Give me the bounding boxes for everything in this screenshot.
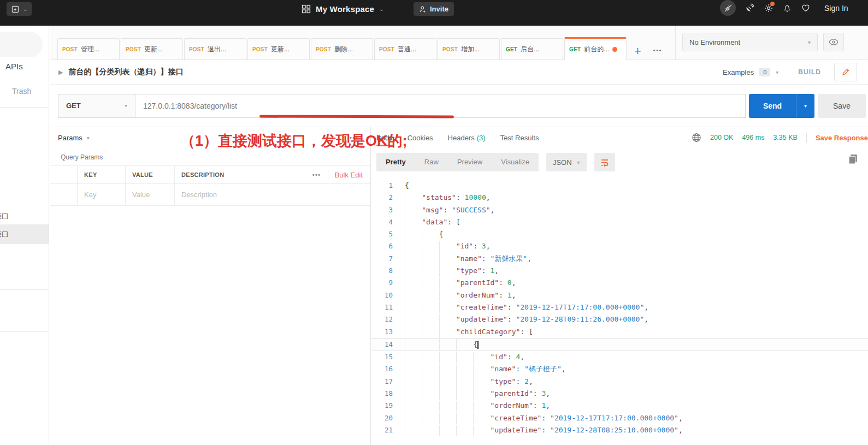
environment-quick-look-button[interactable] (823, 33, 844, 51)
code-token: : (499, 291, 507, 299)
request-tab-9[interactable]: GET前台的... (564, 37, 627, 60)
code-token: "id" (456, 242, 473, 250)
favorites-button[interactable] (801, 3, 811, 13)
indent-guide (405, 278, 422, 289)
capture-requests-button[interactable] (745, 3, 754, 13)
code-token: , (644, 315, 648, 323)
request-tab-3[interactable]: POST退出... (184, 38, 246, 60)
environment-selected-value: No Environment (689, 38, 740, 46)
settings-button[interactable] (764, 3, 773, 13)
http-method-select[interactable]: GET ▾ (58, 94, 135, 118)
value-input[interactable]: Value (125, 184, 174, 205)
indent-guide (422, 290, 439, 301)
copy-response-button[interactable] (848, 153, 858, 165)
code-token: : (516, 365, 524, 373)
request-tab-8[interactable]: GET后台... (501, 38, 563, 60)
indent-guide (405, 229, 422, 240)
request-tab-4[interactable]: POST更新... (247, 38, 310, 60)
code-line-4: 4"data": [ (371, 216, 868, 228)
indent-guide (422, 401, 439, 412)
view-segment-raw[interactable]: Raw (415, 153, 448, 171)
wrap-lines-button[interactable] (594, 153, 615, 171)
code-token: "createTime" (456, 303, 507, 311)
save-button[interactable]: Save (818, 94, 866, 118)
format-select[interactable]: JSON ▾ (546, 153, 587, 171)
send-button[interactable]: Send (749, 94, 796, 118)
response-body-editor[interactable]: 1{2"status": 10000,3"msg": "SUCCESS",4"d… (371, 176, 868, 445)
indent-guide (473, 364, 490, 376)
code-token: "2019-12-28T09:11:26.000+0000" (516, 315, 644, 323)
url-input[interactable]: 127.0.0.1:8083/category/list (135, 94, 746, 118)
chevron-down-icon[interactable]: ▾ (87, 135, 90, 141)
params-tab[interactable]: Params (58, 134, 82, 142)
response-tab-cookies[interactable]: Cookies (408, 127, 433, 148)
bulk-edit-link[interactable]: Bulk Edit (335, 171, 363, 179)
chevron-down-icon[interactable]: ▾ (776, 69, 778, 75)
indent-guide (439, 265, 456, 277)
response-tab-headers[interactable]: Headers(3) (448, 127, 486, 148)
tab-overflow-button[interactable]: ••• (653, 47, 662, 54)
sync-off-button[interactable] (720, 0, 736, 16)
request-tab-1[interactable]: POST管理... (57, 38, 120, 60)
invite-button[interactable]: Invite (414, 2, 454, 16)
code-token: "msg" (422, 206, 443, 214)
line-number: 2 (371, 192, 399, 204)
sidebar-tab-apis[interactable]: APIs (5, 62, 23, 71)
indent-guide (422, 315, 439, 326)
request-tab-5[interactable]: POST删除... (311, 38, 373, 60)
code-token: "childCategory" (456, 328, 520, 336)
notifications-button[interactable] (783, 3, 792, 13)
sidebar-request-item[interactable]: 接口 (0, 208, 49, 224)
code-token: : (447, 218, 456, 226)
save-response-button[interactable]: Save Response (816, 134, 868, 142)
examples-dropdown[interactable]: Examples (723, 68, 754, 76)
new-tab-button[interactable]: + (634, 46, 641, 57)
sidebar-link-trash[interactable]: Trash (12, 87, 31, 96)
response-tab-test-results[interactable]: Test Results (500, 127, 539, 148)
code-token: , (486, 242, 491, 250)
code-token: "name" (490, 365, 516, 373)
view-segment-pretty[interactable]: Pretty (376, 153, 415, 171)
sidebar-request-item[interactable]: 接口 (0, 224, 49, 244)
view-segment-preview[interactable]: Preview (448, 153, 492, 171)
code-token: { (439, 230, 444, 238)
columns-more-button[interactable]: ••• (312, 171, 321, 178)
workspace-switcher[interactable]: My Workspace ⌄ (302, 2, 384, 16)
code-token: "orderNum" (490, 401, 533, 410)
tabstrip-divider (675, 26, 676, 60)
request-tab-6[interactable]: POST普通... (374, 38, 436, 60)
key-input[interactable]: Key (77, 184, 125, 205)
line-number: 3 (371, 204, 399, 216)
value-column-header: VALUE (125, 166, 174, 183)
new-window-button[interactable]: ⌄ (7, 2, 32, 16)
indent-guide (456, 352, 473, 363)
view-segment-visualize[interactable]: Visualize (492, 153, 539, 171)
request-tab-2[interactable]: POST更新... (121, 38, 183, 60)
code-token: 1 (507, 291, 512, 299)
status-code-badge: 200 OK (710, 134, 733, 141)
indent-guide (405, 302, 422, 313)
sign-in-link[interactable]: Sign In (824, 4, 848, 13)
indent-guide (456, 364, 473, 376)
indent-guide (405, 401, 422, 412)
row-handle[interactable] (50, 184, 77, 205)
headers-count-badge: (3) (477, 134, 486, 142)
comment-button[interactable] (834, 63, 857, 81)
examples-count-badge: 0 (759, 68, 770, 76)
bell-icon (783, 3, 792, 13)
disclosure-triangle-icon[interactable]: ▶ (58, 69, 63, 76)
code-token: , (494, 266, 499, 275)
tab-title: 增加... (461, 45, 480, 54)
indent-guide (439, 388, 456, 400)
sidebar-divider (0, 331, 49, 332)
indent-guide (473, 352, 490, 363)
environment-selector[interactable]: No Environment ▾ (682, 33, 818, 51)
send-options-button[interactable]: ▾ (796, 94, 814, 118)
code-token: : (533, 389, 542, 397)
build-mode-label[interactable]: BUILD (798, 68, 821, 76)
request-tab-7[interactable]: POST增加... (438, 38, 500, 60)
indent-guide (439, 278, 456, 289)
indent-guide (422, 388, 439, 400)
description-input[interactable]: Description (174, 184, 299, 205)
indent-guide (456, 339, 473, 351)
